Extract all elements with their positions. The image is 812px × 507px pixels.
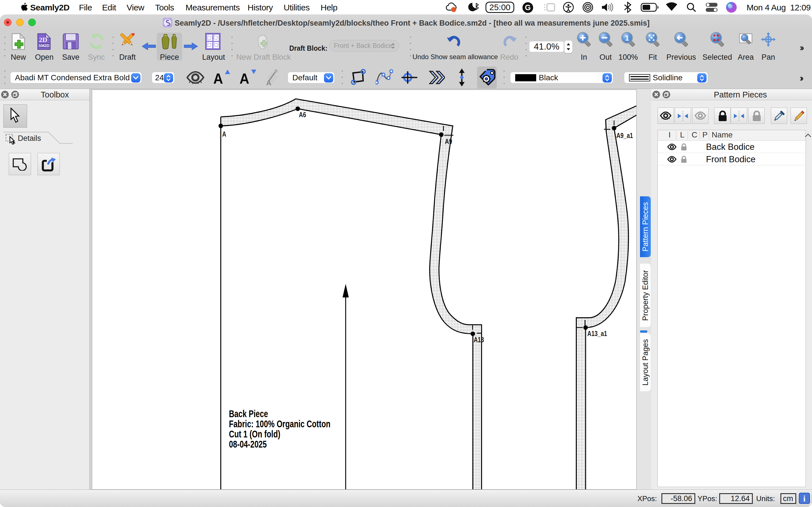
svg-text:Back Piece: Back Piece bbox=[229, 408, 268, 419]
svg-text:08-04-2025: 08-04-2025 bbox=[229, 439, 267, 450]
svg-text:A: A bbox=[222, 130, 226, 138]
svg-text:A6: A6 bbox=[299, 111, 306, 119]
svg-text:A13: A13 bbox=[474, 336, 484, 344]
svg-text:2D: 2D bbox=[39, 36, 47, 43]
svg-text:A9: A9 bbox=[445, 138, 452, 146]
svg-text:SM2D: SM2D bbox=[39, 43, 50, 48]
svg-text:1: 1 bbox=[625, 34, 629, 42]
svg-text:Cut 1 (On fold): Cut 1 (On fold) bbox=[229, 429, 280, 440]
svg-text:Fabric: 100% Organic Cotton: Fabric: 100% Organic Cotton bbox=[229, 418, 331, 430]
svg-text:A9_a1: A9_a1 bbox=[616, 132, 633, 140]
svg-text:G: G bbox=[525, 3, 530, 12]
svg-text:A: A bbox=[266, 78, 271, 87]
svg-text:A13_a1: A13_a1 bbox=[587, 330, 607, 338]
